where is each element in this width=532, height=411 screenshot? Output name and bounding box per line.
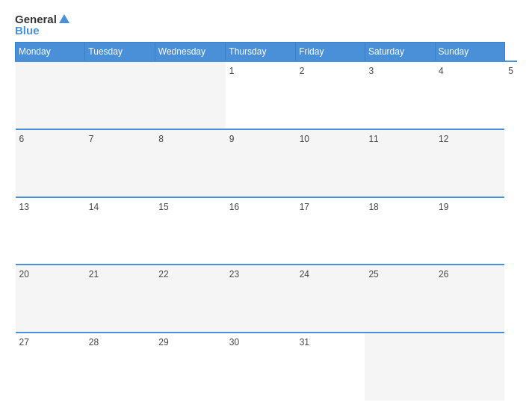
calendar-cell: 20 [16, 265, 85, 333]
day-number: 17 [300, 202, 309, 212]
calendar-cell: 12 [435, 129, 504, 197]
calendar-cell: 16 [226, 197, 296, 265]
calendar-cell: 28 [85, 333, 155, 401]
day-number: 8 [158, 134, 164, 144]
calendar-cell: 10 [296, 129, 365, 197]
day-number: 18 [368, 202, 378, 212]
day-number: 19 [439, 202, 448, 212]
day-number: 15 [158, 202, 168, 212]
calendar-cell: 8 [155, 129, 226, 197]
day-header-tuesday: Tuesday [85, 43, 155, 62]
day-header-monday: Monday [16, 43, 85, 62]
day-number: 21 [89, 269, 99, 279]
day-number: 9 [229, 134, 235, 144]
day-number: 6 [19, 134, 25, 144]
day-header-saturday: Saturday [365, 43, 435, 62]
week-row: 2728293031 [16, 333, 518, 401]
logo-blue: Blue [15, 25, 40, 36]
calendar-cell [435, 333, 504, 401]
day-header-sunday: Sunday [435, 43, 504, 62]
day-number: 27 [19, 337, 29, 347]
day-number: 7 [89, 134, 94, 144]
day-number: 25 [368, 269, 378, 279]
top-bar: GeneralBlue [15, 13, 517, 36]
logo-triangle-icon [59, 14, 69, 23]
calendar-cell: 25 [365, 265, 435, 333]
logo: GeneralBlue [15, 13, 69, 36]
calendar-cell: 15 [155, 197, 226, 265]
day-header-wednesday: Wednesday [155, 43, 226, 62]
calendar-cell: 21 [85, 265, 155, 333]
day-number: 11 [368, 134, 378, 144]
calendar-table: MondayTuesdayWednesdayThursdayFridaySatu… [15, 42, 517, 401]
day-number: 22 [158, 269, 168, 279]
calendar-cell: 18 [365, 197, 435, 265]
day-number: 12 [439, 134, 448, 144]
calendar-header: MondayTuesdayWednesdayThursdayFridaySatu… [16, 43, 518, 62]
week-row: 12345 [16, 61, 518, 129]
calendar-cell: 19 [435, 197, 504, 265]
day-number: 31 [300, 337, 309, 347]
calendar-cell: 9 [226, 129, 296, 197]
calendar-cell: 14 [85, 197, 155, 265]
day-number: 13 [19, 202, 29, 212]
week-row: 20212223242526 [16, 265, 518, 333]
calendar-cell: 26 [435, 265, 504, 333]
calendar-cell: 31 [296, 333, 365, 401]
calendar-cell: 3 [365, 61, 435, 129]
calendar-cell: 11 [365, 129, 435, 197]
day-number: 28 [89, 337, 99, 347]
day-number: 3 [368, 66, 374, 76]
day-number: 24 [300, 269, 309, 279]
calendar-cell: 2 [296, 61, 365, 129]
calendar-cell: 22 [155, 265, 226, 333]
calendar-cell [85, 61, 155, 129]
day-header-thursday: Thursday [226, 43, 296, 62]
day-number: 10 [300, 134, 309, 144]
day-number: 5 [508, 66, 513, 76]
day-number: 20 [19, 269, 29, 279]
week-row: 6789101112 [16, 129, 518, 197]
day-number: 16 [229, 202, 239, 212]
calendar-cell: 29 [155, 333, 226, 401]
calendar-body: 1234567891011121314151617181920212223242… [16, 61, 518, 401]
calendar-cell: 23 [226, 265, 296, 333]
day-number: 29 [158, 337, 168, 347]
day-number: 2 [300, 66, 305, 76]
calendar-cell: 6 [16, 129, 85, 197]
day-number: 4 [439, 66, 444, 76]
calendar-cell [365, 333, 435, 401]
calendar-cell [155, 61, 226, 129]
calendar-cell: 4 [435, 61, 504, 129]
day-number: 14 [89, 202, 99, 212]
calendar-cell: 27 [16, 333, 85, 401]
calendar-cell: 30 [226, 333, 296, 401]
day-number: 26 [439, 269, 448, 279]
week-row: 13141516171819 [16, 197, 518, 265]
calendar-cell: 17 [296, 197, 365, 265]
calendar-cell: 7 [85, 129, 155, 197]
day-number: 1 [229, 66, 235, 76]
day-header-friday: Friday [296, 43, 365, 62]
calendar-cell: 5 [504, 61, 517, 129]
day-number: 30 [229, 337, 239, 347]
calendar-cell: 13 [16, 197, 85, 265]
calendar-cell [16, 61, 85, 129]
logo-general: General [15, 13, 57, 25]
day-number: 23 [229, 269, 239, 279]
days-of-week-row: MondayTuesdayWednesdayThursdayFridaySatu… [16, 43, 518, 62]
calendar-page: GeneralBlue MondayTuesdayWednesdayThursd… [0, 0, 532, 411]
calendar-cell: 1 [226, 61, 296, 129]
calendar-cell: 24 [296, 265, 365, 333]
